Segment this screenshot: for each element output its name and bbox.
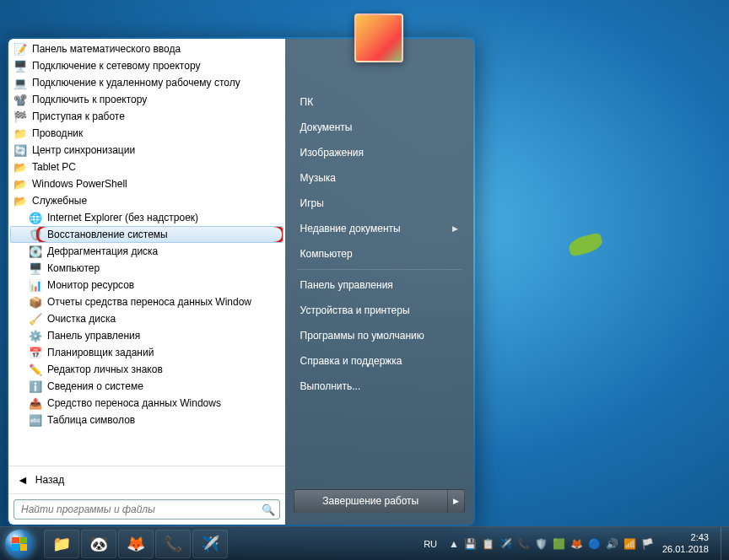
right-menu-label: Выполнить... xyxy=(300,380,361,392)
app-icon: ℹ️ xyxy=(29,380,42,393)
program-label: Сведения о системе xyxy=(47,380,143,392)
program-item[interactable]: 📽️Подключить к проектору xyxy=(10,91,284,108)
app-icon: 📁 xyxy=(14,127,27,140)
tray-icon[interactable]: 🔊 xyxy=(606,538,618,550)
app-icon: 🌐 xyxy=(29,211,42,224)
back-arrow-icon: ◄ xyxy=(17,473,29,487)
shutdown-label: Завершение работы xyxy=(294,490,447,512)
taskbar-app[interactable]: 🐼 xyxy=(81,530,116,558)
program-item[interactable]: 🖥️Компьютер xyxy=(10,260,284,277)
program-item[interactable]: 📦Отчеты средства переноса данных Window xyxy=(10,293,284,310)
right-menu-label: Документы xyxy=(300,121,353,133)
program-label: Подключить к проектору xyxy=(32,94,147,105)
right-menu-item[interactable]: Справка и поддержка xyxy=(289,348,470,374)
submenu-arrow-icon: ▶ xyxy=(452,224,458,233)
taskbar-app[interactable]: 📁 xyxy=(44,530,79,558)
language-indicator[interactable]: RU xyxy=(420,537,440,551)
show-desktop-button[interactable] xyxy=(721,527,729,561)
right-menu-item[interactable]: Устройства и принтеры xyxy=(289,298,470,323)
program-item-highlighted[interactable]: 🛡️Восстановление системы xyxy=(10,226,284,243)
right-menu-label: Игры xyxy=(300,197,324,209)
tray-icon[interactable]: 🟩 xyxy=(553,538,565,550)
app-icon: ⚙️ xyxy=(29,329,42,342)
program-item[interactable]: ✏️Редактор личных знаков xyxy=(10,361,284,378)
app-icon: 📊 xyxy=(29,278,42,292)
right-menu-item[interactable]: Панель управления xyxy=(289,272,470,298)
app-icon: 📝 xyxy=(14,42,27,56)
right-menu-item[interactable]: ПК xyxy=(289,89,470,115)
program-item[interactable]: 📅Планировщик заданий xyxy=(10,344,284,361)
taskbar-app[interactable]: ✈️ xyxy=(192,530,228,558)
tray-icon[interactable]: ▲ xyxy=(449,538,459,550)
right-menu-item[interactable]: Изображения xyxy=(289,140,470,165)
program-label: Планировщик заданий xyxy=(47,347,154,358)
search-input[interactable] xyxy=(14,499,280,520)
program-item[interactable]: 🏁Приступая к работе xyxy=(10,108,284,125)
program-item[interactable]: 📝Панель математического ввода xyxy=(10,40,284,57)
start-menu-right-pane: ПКДокументыИзображенияМузыкаИгрыНедавние… xyxy=(285,39,473,525)
program-item[interactable]: ℹ️Сведения о системе xyxy=(10,378,284,395)
right-menu-item[interactable]: Документы xyxy=(289,115,470,140)
start-menu: 📝Панель математического ввода🖥️Подключен… xyxy=(7,37,475,526)
program-item[interactable]: 🌐Internet Explorer (без надстроек) xyxy=(10,209,284,226)
folder-icon: 📂 xyxy=(14,177,27,191)
right-menu-item[interactable]: Программы по умолчанию xyxy=(289,323,470,348)
program-label: Дефрагментация диска xyxy=(47,245,158,257)
menu-separator xyxy=(297,269,462,270)
app-icon: 🧹 xyxy=(29,312,42,326)
tray-icon[interactable]: ✈️ xyxy=(500,538,512,550)
program-item[interactable]: 💻Подключение к удаленному рабочему столу xyxy=(10,74,284,91)
program-item[interactable]: 📂Служебные xyxy=(10,192,284,209)
tray-icon[interactable]: 🛡️ xyxy=(535,538,548,550)
app-icon: 📤 xyxy=(29,396,42,410)
right-menu-item[interactable]: Выполнить... xyxy=(289,374,470,399)
windows-logo-icon xyxy=(12,537,27,551)
program-item[interactable]: 🖥️Подключение к сетевому проектору xyxy=(10,57,284,74)
tray-icon[interactable]: 🦊 xyxy=(570,538,583,550)
tray-icon[interactable]: 🏳️ xyxy=(641,538,654,550)
right-menu-item[interactable]: Игры xyxy=(289,191,470,216)
program-item[interactable]: 📂Windows PowerShell xyxy=(10,175,284,192)
clock-date: 26.01.2018 xyxy=(662,544,709,555)
tray-icon[interactable]: 📞 xyxy=(517,538,530,550)
shutdown-options-arrow[interactable]: ▶ xyxy=(447,490,464,512)
right-menu-label: ПК xyxy=(300,96,314,108)
shutdown-button[interactable]: Завершение работы ▶ xyxy=(294,489,465,513)
program-label: Средство переноса данных Windows xyxy=(47,397,221,409)
tray-icons: ▲💾📋✈️📞🛡️🟩🦊🔵🔊📶🏳️ xyxy=(449,538,654,550)
right-menu-item[interactable]: Музыка xyxy=(289,165,470,191)
right-menu-label: Устройства и принтеры xyxy=(300,304,410,316)
program-label: Компьютер xyxy=(47,262,100,274)
tray-icon[interactable]: 💾 xyxy=(464,538,477,550)
taskbar-app[interactable]: 🦊 xyxy=(118,530,154,558)
back-label: Назад xyxy=(35,474,64,486)
desktop[interactable]: 📝Панель математического ввода🖥️Подключен… xyxy=(0,0,729,560)
taskbar-app[interactable]: 📞 xyxy=(155,530,191,558)
program-list[interactable]: 📝Панель математического ввода🖥️Подключен… xyxy=(8,39,285,466)
clock[interactable]: 2:43 26.01.2018 xyxy=(662,532,709,554)
back-button[interactable]: ◄ Назад xyxy=(8,466,285,493)
tray-icon[interactable]: 🔵 xyxy=(588,538,601,550)
start-button[interactable] xyxy=(0,527,39,561)
program-item[interactable]: 💽Дефрагментация диска xyxy=(10,243,284,260)
program-label: Подключение к удаленному рабочему столу xyxy=(32,77,240,89)
app-icon: 💽 xyxy=(29,245,42,258)
program-item[interactable]: 📊Монитор ресурсов xyxy=(10,277,284,293)
program-item[interactable]: 🔤Таблица символов xyxy=(10,412,284,428)
program-item[interactable]: 🔄Центр синхронизации xyxy=(10,142,284,159)
program-label: Служебные xyxy=(32,195,87,207)
right-menu-item[interactable]: Компьютер xyxy=(289,241,470,267)
program-item[interactable]: 📂Tablet PC xyxy=(10,159,284,175)
tray-icon[interactable]: 📶 xyxy=(624,538,636,550)
program-item[interactable]: 🧹Очистка диска xyxy=(10,310,284,327)
tray-icon[interactable]: 📋 xyxy=(482,538,494,550)
right-menu-item[interactable]: Недавние документы▶ xyxy=(289,216,470,241)
program-item[interactable]: ⚙️Панель управления xyxy=(10,327,284,344)
user-avatar[interactable] xyxy=(354,13,403,62)
program-label: Панель математического ввода xyxy=(32,43,181,55)
folder-icon: 📂 xyxy=(14,194,27,207)
program-label: Подключение к сетевому проектору xyxy=(32,60,200,72)
program-item[interactable]: 📤Средство переноса данных Windows xyxy=(10,395,284,412)
program-item[interactable]: 📁Проводник xyxy=(10,125,284,142)
program-label: Tablet PC xyxy=(32,161,76,173)
